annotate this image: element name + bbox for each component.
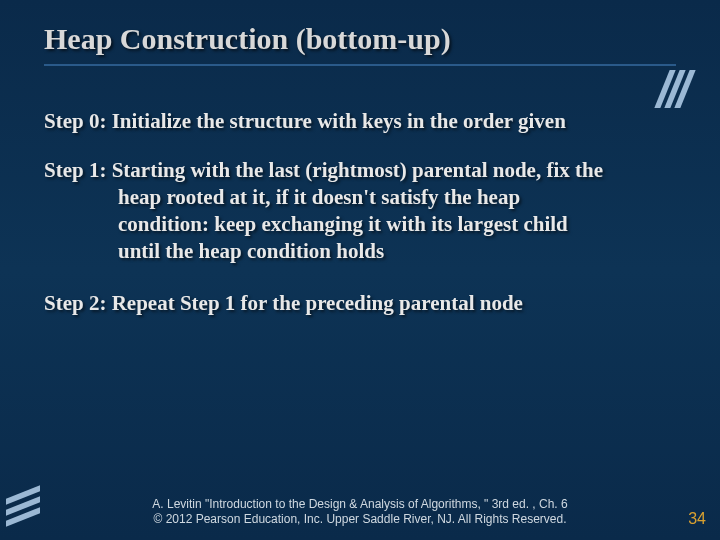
step-1-line4: until the heap condition holds — [44, 238, 676, 265]
slide-title: Heap Construction (bottom-up) — [0, 0, 720, 56]
step-1-line1: Step 1: Starting with the last (rightmos… — [44, 158, 603, 182]
step-1-line2: heap rooted at it, if it doesn't satisfy… — [44, 184, 676, 211]
step-1: Step 1: Starting with the last (rightmos… — [44, 157, 676, 265]
step-1-line3: condition: keep exchanging it with its l… — [44, 211, 676, 238]
footer-line1: A. Levitin "Introduction to the Design &… — [0, 497, 720, 513]
step-0: Step 0: Initialize the structure with ke… — [44, 108, 676, 135]
footer-line2: © 2012 Pearson Education, Inc. Upper Sad… — [0, 512, 720, 528]
page-number: 34 — [688, 510, 706, 528]
step-2: Step 2: Repeat Step 1 for the preceding … — [44, 290, 676, 317]
slide-content: Step 0: Initialize the structure with ke… — [0, 66, 720, 317]
footer-citation: A. Levitin "Introduction to the Design &… — [0, 497, 720, 528]
decoration-top-slashes — [658, 70, 688, 112]
